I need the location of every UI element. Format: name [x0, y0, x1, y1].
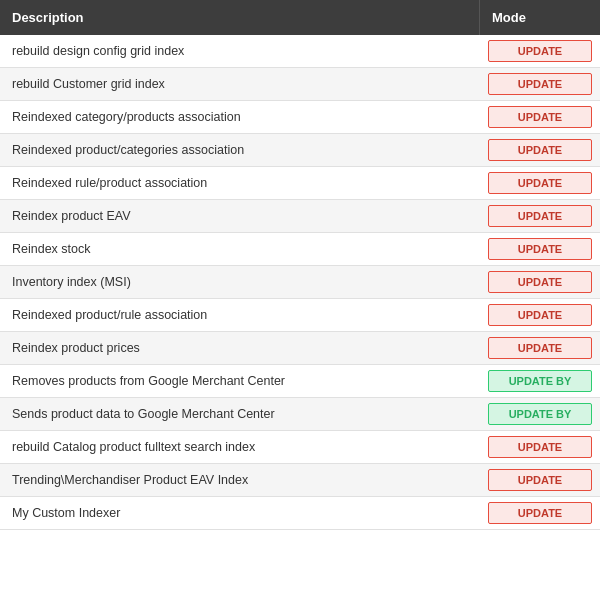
row-description: Reindex product EAV — [0, 201, 480, 231]
row-mode: UPDATE — [480, 233, 600, 265]
update-button[interactable]: UPDATE — [488, 469, 592, 491]
table-row: rebuild design config grid indexUPDATE — [0, 35, 600, 68]
update-button[interactable]: UPDATE — [488, 106, 592, 128]
table-row: Reindexed category/products associationU… — [0, 101, 600, 134]
table-row: Reindexed product/rule associationUPDATE — [0, 299, 600, 332]
row-description: Removes products from Google Merchant Ce… — [0, 366, 480, 396]
row-mode: UPDATE — [480, 464, 600, 496]
update-button[interactable]: UPDATE — [488, 139, 592, 161]
row-mode: UPDATE — [480, 101, 600, 133]
indexer-table: Description Mode rebuild design config g… — [0, 0, 600, 530]
update-button[interactable]: UPDATE — [488, 436, 592, 458]
table-row: Reindex product pricesUPDATE — [0, 332, 600, 365]
row-mode: UPDATE — [480, 497, 600, 529]
table-row: Trending\Merchandiser Product EAV IndexU… — [0, 464, 600, 497]
row-description: My Custom Indexer — [0, 498, 480, 528]
update-button[interactable]: UPDATE BY — [488, 370, 592, 392]
table-header: Description Mode — [0, 0, 600, 35]
table-row: Sends product data to Google Merchant Ce… — [0, 398, 600, 431]
row-mode: UPDATE — [480, 68, 600, 100]
table-row: Reindex product EAVUPDATE — [0, 200, 600, 233]
table-row: Inventory index (MSI)UPDATE — [0, 266, 600, 299]
row-description: Trending\Merchandiser Product EAV Index — [0, 465, 480, 495]
description-header: Description — [0, 0, 480, 35]
update-button[interactable]: UPDATE — [488, 205, 592, 227]
row-mode: UPDATE — [480, 167, 600, 199]
row-description: Reindex product prices — [0, 333, 480, 363]
row-mode: UPDATE — [480, 266, 600, 298]
row-mode: UPDATE — [480, 332, 600, 364]
table-row: Reindexed rule/product associationUPDATE — [0, 167, 600, 200]
table-row: rebuild Catalog product fulltext search … — [0, 431, 600, 464]
row-description: Inventory index (MSI) — [0, 267, 480, 297]
row-mode: UPDATE — [480, 431, 600, 463]
update-button[interactable]: UPDATE — [488, 337, 592, 359]
update-button[interactable]: UPDATE — [488, 172, 592, 194]
row-mode: UPDATE — [480, 35, 600, 67]
row-description: Reindexed rule/product association — [0, 168, 480, 198]
row-description: Reindexed category/products association — [0, 102, 480, 132]
mode-header: Mode — [480, 0, 600, 35]
update-button[interactable]: UPDATE — [488, 238, 592, 260]
row-mode: UPDATE — [480, 200, 600, 232]
table-row: Reindex stockUPDATE — [0, 233, 600, 266]
table-row: My Custom IndexerUPDATE — [0, 497, 600, 530]
row-mode: UPDATE BY — [480, 365, 600, 397]
table-body: rebuild design config grid indexUPDATEre… — [0, 35, 600, 530]
update-button[interactable]: UPDATE — [488, 304, 592, 326]
update-button[interactable]: UPDATE — [488, 73, 592, 95]
row-mode: UPDATE — [480, 299, 600, 331]
row-description: rebuild Customer grid index — [0, 69, 480, 99]
update-button[interactable]: UPDATE — [488, 271, 592, 293]
row-description: Reindex stock — [0, 234, 480, 264]
row-mode: UPDATE BY — [480, 398, 600, 430]
update-button[interactable]: UPDATE — [488, 40, 592, 62]
row-description: rebuild Catalog product fulltext search … — [0, 432, 480, 462]
row-description: Sends product data to Google Merchant Ce… — [0, 399, 480, 429]
table-row: Reindexed product/categories association… — [0, 134, 600, 167]
row-description: Reindexed product/categories association — [0, 135, 480, 165]
row-description: rebuild design config grid index — [0, 36, 480, 66]
table-row: Removes products from Google Merchant Ce… — [0, 365, 600, 398]
update-button[interactable]: UPDATE — [488, 502, 592, 524]
row-mode: UPDATE — [480, 134, 600, 166]
row-description: Reindexed product/rule association — [0, 300, 480, 330]
update-button[interactable]: UPDATE BY — [488, 403, 592, 425]
table-row: rebuild Customer grid indexUPDATE — [0, 68, 600, 101]
